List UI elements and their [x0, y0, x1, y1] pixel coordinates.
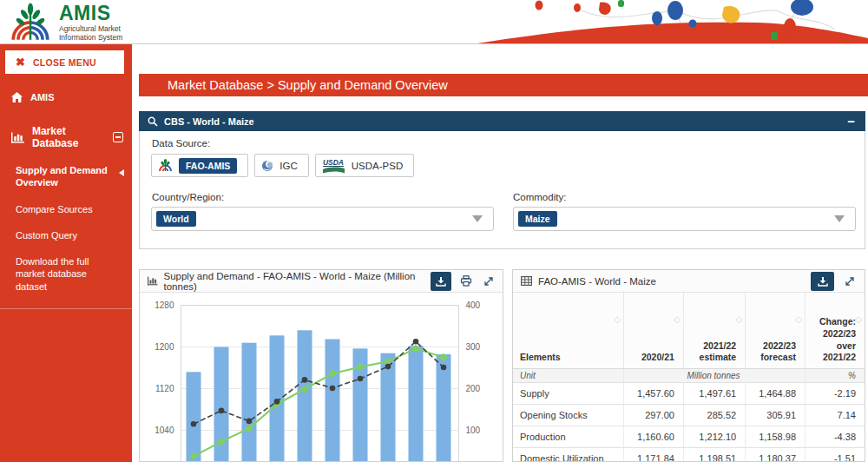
main-content: Market Database > Supply and Demand Over…: [132, 44, 868, 462]
country-region-label: Country/Region:: [152, 192, 224, 202]
commodity-selected-tag: Maize: [518, 211, 557, 227]
table-title: FAO-AMIS - World - Maize: [538, 276, 656, 287]
igc-logo-icon: [261, 160, 273, 172]
download-icon: [436, 276, 446, 287]
download-icon: [818, 276, 828, 287]
bar-chart-icon: [11, 132, 24, 143]
svg-text:400: 400: [466, 300, 481, 310]
chart-panel: Supply and Demand - FAO-AMIS - World - M…: [139, 269, 503, 462]
home-icon: [11, 92, 23, 102]
logo-subtitle: Agricultural Market Information System: [59, 25, 122, 43]
bar: [187, 372, 201, 461]
table-row[interactable]: Domestic Utilization 1,171.84 1,198.51 1…: [513, 447, 865, 462]
filter-panel: CBS - World - Maize − Data Source:: [139, 111, 865, 249]
sidebar-item-market-database[interactable]: Market Database: [0, 117, 132, 157]
table-download-button[interactable]: [811, 272, 834, 291]
bar: [437, 354, 451, 461]
svg-text:1200: 1200: [155, 342, 174, 352]
sidebar-item-amis[interactable]: AMIS: [0, 84, 132, 110]
bar: [298, 330, 312, 461]
sort-icon: ◇: [674, 314, 681, 325]
table-panel: FAO-AMIS - World - Maize: [512, 269, 865, 462]
source-button-igc[interactable]: IGC: [254, 154, 308, 177]
sort-icon: ◇: [614, 314, 621, 325]
expand-icon: [483, 276, 494, 287]
column-header-2021-22[interactable]: ◇ 2021/22 estimate: [683, 293, 745, 368]
bar: [270, 335, 285, 461]
top-header: AMIS Agricultural Market Information Sys…: [0, 0, 868, 44]
svg-text:100: 100: [466, 426, 481, 435]
table-panel-header: FAO-AMIS - World - Maize: [513, 270, 865, 293]
sidebar: ✖ CLOSE MENU AMIS Market Database Supply…: [0, 44, 132, 462]
bar: [326, 340, 340, 462]
search-icon: [148, 116, 158, 127]
fao-amis-selected-badge: FAO-AMIS: [179, 158, 237, 174]
collapse-panel-button[interactable]: −: [847, 115, 855, 128]
svg-text:200: 200: [466, 384, 481, 393]
table-row[interactable]: Production 1,160.60 1,212.10 1,158.98 -4…: [513, 426, 865, 447]
bar: [409, 346, 424, 461]
column-header-2022-23[interactable]: ◇ 2022/23 forecast: [746, 293, 806, 368]
svg-text:1280: 1280: [155, 300, 174, 310]
printer-icon: [460, 275, 472, 287]
sidebar-divider: [0, 308, 132, 309]
sort-icon: ◇: [855, 314, 862, 325]
column-header-2020-21[interactable]: ◇ 2020/21: [624, 293, 684, 368]
sidebar-item-supply-and-demand-overview[interactable]: Supply and Demand Overview: [0, 157, 132, 196]
supply-demand-table: ◇ Elements ◇ 2020/21 ◇ 2021/22 estimate …: [513, 293, 865, 462]
chart-panel-header: Supply and Demand - FAO-AMIS - World - M…: [140, 270, 503, 293]
fao-amis-logo-icon: [158, 159, 173, 172]
amis-logo-icon: [9, 3, 52, 43]
table-expand-button[interactable]: [840, 272, 859, 291]
svg-text:300: 300: [466, 342, 481, 352]
breadcrumb: Market Database > Supply and Demand Over…: [139, 74, 868, 96]
decorative-banner: [382, 0, 868, 43]
sort-icon: ◇: [795, 314, 802, 325]
chart-print-button[interactable]: [457, 272, 474, 291]
column-header-elements[interactable]: ◇ Elements: [513, 293, 624, 368]
country-selected-tag: World: [156, 211, 196, 227]
svg-text:1040: 1040: [155, 426, 174, 435]
usda-logo-icon: USDA: [322, 158, 345, 174]
chart-title: Supply and Demand - FAO-AMIS - World - M…: [164, 271, 419, 292]
data-source-label: Data Source:: [152, 138, 210, 148]
chart-download-button[interactable]: [431, 272, 451, 291]
sidebar-item-download-dataset[interactable]: Download the full market database datase…: [0, 248, 130, 300]
sort-icon: ◇: [735, 314, 742, 325]
table-row[interactable]: Opening Stocks 297.00 285.52 305.91 7.14: [513, 404, 865, 426]
table-row[interactable]: Supply 1,457.60 1,497.61 1,464.88 -2.19: [513, 382, 865, 404]
sidebar-item-custom-query[interactable]: Custom Query: [0, 222, 132, 248]
bar: [242, 343, 257, 461]
filter-panel-title: CBS - World - Maize: [164, 116, 254, 127]
chart-expand-button[interactable]: [481, 272, 497, 291]
logo-title: AMIS: [59, 3, 122, 23]
source-button-fao-amis[interactable]: FAO-AMIS: [151, 154, 248, 177]
country-region-select[interactable]: World: [151, 207, 494, 231]
column-header-change[interactable]: ◇ Change: 2022/23 over 2021/22: [806, 293, 865, 368]
source-button-usda-psd[interactable]: USDA USDA-PSD: [315, 154, 414, 177]
filter-panel-header: CBS - World - Maize −: [139, 111, 865, 131]
active-item-caret-icon: [119, 169, 124, 176]
svg-text:USDA: USDA: [323, 158, 344, 167]
close-icon: ✖: [16, 56, 25, 68]
chevron-down-icon: [472, 215, 483, 222]
supply-demand-chart: 1280120011201040400300200100: [140, 293, 503, 461]
table-icon: [521, 276, 532, 286]
unit-row: Unit Million tonnes %: [513, 368, 865, 382]
commodity-select[interactable]: Maize: [513, 207, 856, 231]
sidebar-item-compare-sources[interactable]: Compare Sources: [0, 196, 132, 222]
chevron-down-icon: [834, 215, 845, 222]
commodity-label: Commodity:: [513, 192, 566, 202]
svg-text:1120: 1120: [155, 384, 174, 393]
bar-chart-icon: [148, 276, 158, 286]
amis-logo[interactable]: AMIS Agricultural Market Information Sys…: [9, 3, 122, 43]
expand-icon: [845, 276, 855, 287]
collapse-section-icon[interactable]: [113, 132, 123, 142]
close-menu-button[interactable]: ✖ CLOSE MENU: [5, 50, 124, 74]
